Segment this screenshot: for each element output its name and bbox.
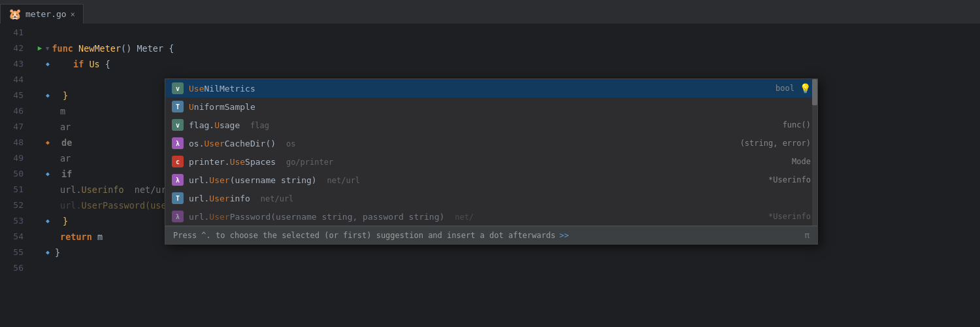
ac-badge-7: λ [172,211,184,222]
bookmark-icon-43: ◆ [46,56,50,72]
code-line-42: ▶ func NewMeter() Meter { [34,41,980,56]
code-line-41 [34,25,980,41]
ac-name-0: UseNilMetrics [189,84,711,94]
autocomplete-dropdown: v UseNilMetrics bool 💡 T UniformSample v [165,78,818,245]
ac-item-4[interactable]: c printer.UseSpaces go/printer Mode [165,152,817,171]
ac-type-4: Mode [732,157,811,166]
ac-item-3[interactable]: λ os.UserCacheDir() os (string, error) [165,134,817,152]
ac-name-5: url.User(username string) net/url [189,175,727,185]
code-line-55: ◆ } [34,245,980,260]
bookmark-icon-48: ◆ [46,135,50,150]
line-num-51: 51 [0,182,29,198]
line-num-52: 52 [0,198,29,213]
run-arrow-icon: ▶ [38,41,42,56]
bookmark-icon-53: ◆ [46,213,50,229]
tab-close-button[interactable]: × [71,10,75,19]
ac-item-0[interactable]: v UseNilMetrics bool 💡 [165,79,817,97]
ac-badge-0: v [172,82,184,94]
tab-title: meter.go [25,9,67,19]
ac-name-1: UniformSample [189,102,727,112]
ac-name-6: url.Userinfo net/url [189,194,727,203]
lightbulb-icon-0: 💡 [800,83,811,94]
ac-item-1[interactable]: T UniformSample [165,97,817,116]
ac-item-6[interactable]: T url.Userinfo net/url [165,189,817,207]
ac-scrollbar-thumb [812,79,817,105]
tab-meter-go[interactable]: 🐹 meter.go × [0,4,84,24]
go-file-icon: 🐹 [8,8,22,20]
fold-gutter-42[interactable]: ▶ [34,41,46,56]
ac-name-2: flag.Usage flag [189,120,727,130]
ac-type-7: *Userinfo [732,212,811,221]
ac-scrollbar[interactable] [812,79,817,226]
ac-item-5[interactable]: λ url.User(username string) net/url *Use… [165,171,817,189]
ac-badge-3: λ [172,137,184,149]
fold-open-icon-42[interactable] [46,41,49,56]
bookmark-icon-55: ◆ [46,245,50,260]
line-num-44: 44 [0,72,29,88]
ac-type-5: *Userinfo [732,175,811,184]
ac-type-3: (string, error) [732,139,811,148]
line-num-42: 42 [0,41,29,56]
ac-badge-6: T [172,192,184,204]
line-num-43: 43 [0,56,29,72]
ac-type-0: bool [716,84,794,93]
line-num-45: 45 [0,88,29,103]
ac-type-2: func() [732,120,811,129]
ac-status-text: Press ^. to choose the selected (or firs… [173,231,555,240]
line-numbers-gutter: 41 42 43 44 45 46 47 48 49 50 51 52 53 5… [0,24,34,327]
line-num-49: 49 [0,150,29,166]
ac-name-7: url.UserPassword(username string, passwo… [189,212,727,222]
ac-status-pi: π [804,230,809,240]
ac-name-4: printer.UseSpaces go/printer [189,157,727,167]
line-num-54: 54 [0,229,29,245]
ac-name-3: os.UserCacheDir() os [189,139,727,148]
line-num-48: 48 [0,135,29,150]
ac-status-bar: Press ^. to choose the selected (or firs… [165,226,817,244]
bookmark-icon-45: ◆ [46,88,50,103]
line-num-41: 41 [0,25,29,41]
ac-item-2[interactable]: v flag.Usage flag func() [165,116,817,134]
editor-area: 41 42 43 44 45 46 47 48 49 50 51 52 53 5… [0,24,980,327]
ac-badge-5: λ [172,174,184,186]
code-line-56 [34,260,980,276]
bookmark-icon-50: ◆ [46,166,50,182]
ac-status-link[interactable]: >> [559,231,568,240]
line-num-55: 55 [0,245,29,260]
code-content: ▶ func NewMeter() Meter { ◆ if Us { ◆ } [34,24,980,327]
ac-badge-2: v [172,119,184,131]
line-num-50: 50 [0,166,29,182]
line-num-53: 53 [0,213,29,229]
tab-bar: 🐹 meter.go × [0,0,980,24]
ac-item-7[interactable]: λ url.UserPassword(username string, pass… [165,207,817,226]
line-num-56: 56 [0,260,29,276]
ac-badge-1: T [172,101,184,112]
code-line-43: ◆ if Us { [34,56,980,72]
ac-badge-4: c [172,156,184,167]
line-num-47: 47 [0,119,29,135]
line-num-46: 46 [0,103,29,119]
